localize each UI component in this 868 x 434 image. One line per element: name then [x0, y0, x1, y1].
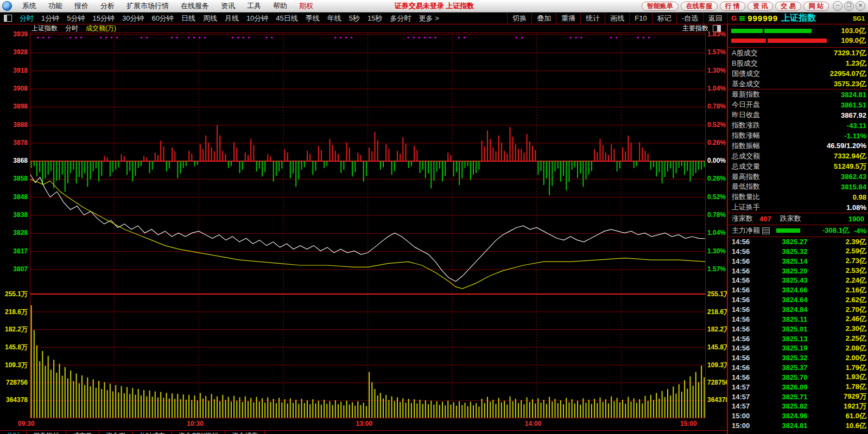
quick-button[interactable]: 交 易 [775, 2, 801, 11]
quick-button[interactable]: 行 情 [720, 2, 745, 11]
period-tabs: 分时1分钟5分钟15分钟30分钟60分钟日线周线月线10分钟45日线季线年线5秒… [16, 12, 443, 24]
quick-button[interactable]: 网 站 [803, 2, 829, 11]
g-indicator: G [731, 14, 737, 22]
period-tab[interactable]: 15秒 [364, 14, 386, 23]
period-tab[interactable]: 年线 [324, 14, 345, 23]
toolbar-button[interactable]: 重播 [556, 12, 580, 24]
intraday-chart-region: 上证指数 分时 成交额(万) 主要指数 39393928391839083898… [0, 24, 728, 434]
period-toolbar: 分时1分钟5分钟15分钟30分钟60分钟日线周线月线10分钟45日线季线年线5秒… [0, 12, 868, 24]
period-tab[interactable]: 多分时 [387, 14, 415, 23]
bottom-tab[interactable]: 分时成交 [132, 431, 172, 434]
menu-item[interactable]: 扩展市场行情 [121, 1, 175, 11]
tick-time: 14:56 [732, 257, 762, 265]
toolbar-button[interactable]: 返回 [703, 12, 727, 24]
menu-item[interactable]: 资讯 [215, 1, 241, 11]
period-tab[interactable]: 5分钟 [63, 14, 88, 23]
menu-item[interactable]: 功能 [42, 1, 68, 11]
window-control-button[interactable]: ❐ [844, 1, 854, 11]
tick-price: 3825.71 [762, 393, 827, 401]
menu-item[interactable]: 系统 [16, 1, 42, 11]
volume-axis-label: 728756 [707, 379, 728, 386]
price-axis-label: 3918 [1, 67, 28, 74]
intraday-chart[interactable] [30, 33, 706, 419]
toolbar-buttons: 切换叠加重播统计画线F10标记-自选返回 [507, 12, 727, 24]
tick-price: 3825.70 [762, 373, 827, 381]
period-tab[interactable]: 60分钟 [148, 14, 177, 23]
period-tab[interactable]: 1分钟 [37, 14, 63, 23]
period-tab[interactable]: 5秒 [345, 14, 364, 23]
price-axis-label: 3868 [1, 157, 28, 164]
net-volume-bar [731, 29, 812, 33]
tick-time: 14:56 [732, 276, 762, 284]
layout-toggle-icon[interactable] [4, 15, 12, 22]
toolbar-button[interactable]: -自选 [676, 12, 703, 24]
menu-item[interactable]: 帮助 [267, 1, 293, 11]
quick-button[interactable]: 在线客服 [681, 2, 718, 11]
tick-amount: 7929万 [827, 392, 866, 401]
volume-axis-label: 182.2万 [1, 325, 28, 334]
quick-button[interactable]: 智能账单 [642, 2, 679, 11]
window-control-button[interactable]: ─ [833, 1, 842, 11]
tick-amount: 2.16亿 [827, 285, 866, 295]
percent-axis-label: 0.52% [707, 121, 726, 129]
tick-time: 14:56 [732, 305, 762, 314]
tick-row: 14:56 3825.11 2.46亿 [728, 314, 868, 324]
tick-time: 15:00 [732, 422, 762, 430]
window-control-button[interactable]: ✕ [856, 1, 865, 11]
stat-row: 国债成交 22954.07亿 [728, 68, 868, 79]
bottom-tab[interactable]: 分时 [0, 431, 27, 434]
period-tab[interactable]: 45日线 [272, 14, 301, 23]
menu-item[interactable]: 工具 [241, 1, 267, 11]
bottom-tab[interactable]: 买卖指标 [27, 431, 66, 434]
chart-study-label: 成交额(万) [86, 24, 116, 33]
tick-time: 14:56 [732, 325, 762, 333]
toolbar-button[interactable]: 标记 [652, 12, 676, 24]
period-tab[interactable]: 15分钟 [88, 14, 118, 23]
period-tab[interactable]: 日线 [178, 14, 199, 23]
menu-item[interactable]: 在线服务 [175, 1, 215, 11]
price-axis-label: 3878 [1, 139, 28, 146]
toolbar-button[interactable]: 统计 [580, 12, 605, 24]
bottom-tab[interactable]: 资金博弈 [225, 431, 265, 434]
percent-axis-label: 0.52% [707, 193, 726, 201]
period-tab[interactable]: 分时 [16, 14, 37, 23]
stat-value: 3862.43 [841, 173, 866, 181]
tick-price: 3825.43 [762, 276, 827, 284]
tick-price: 3824.84 [762, 305, 827, 314]
period-tab[interactable]: 周线 [199, 14, 221, 23]
bottom-tab[interactable]: 成交量 [66, 431, 99, 434]
tick-time: 14:56 [732, 286, 762, 294]
main-index-link[interactable]: 主要指数 [682, 24, 708, 33]
menu-item[interactable]: 报价 [68, 1, 94, 11]
stat-label: 最低指数 [732, 182, 760, 192]
tick-amount: 1.78亿 [827, 382, 866, 392]
bottom-tab[interactable]: 资金CDX指标 [172, 431, 225, 434]
stat-row: A股成交 7329.17亿 [728, 48, 868, 58]
period-tab[interactable]: 月线 [221, 14, 243, 23]
app-logo-icon[interactable] [2, 1, 12, 11]
quick-button[interactable]: 资 讯 [747, 2, 773, 11]
tick-time: 14:56 [732, 373, 762, 381]
detail-list-icon[interactable] [762, 227, 770, 234]
toolbar-button[interactable]: F10 [629, 12, 651, 24]
tick-row: 15:00 3824.81 10.6亿 [728, 421, 868, 431]
quick-buttons: 智能账单在线客服行 情资 讯交 易网 站 [642, 2, 829, 11]
toolbar-button[interactable]: 切换 [507, 12, 531, 24]
menu-item[interactable]: 分析 [94, 1, 121, 11]
bottom-tab[interactable]: 资金图 [99, 431, 132, 434]
tick-list[interactable]: 14:56 3825.27 2.39亿 14:56 3825.32 2.59亿 … [728, 237, 868, 431]
percent-axis-label: 1.57% [707, 265, 726, 273]
titlebar: 系统功能报价分析扩展市场行情在线服务资讯工具帮助期权 证券交易未登录 上证指数 … [0, 0, 868, 12]
volume-axis-label: 182.2万 [707, 325, 728, 334]
period-tab[interactable]: 更多 > [415, 14, 443, 23]
chart-symbol-label: 上证指数 [31, 24, 58, 33]
stat-row: 总成交额 7332.94亿 [728, 151, 868, 161]
menu-item[interactable]: 期权 [293, 1, 319, 11]
volume-axis-label: 218.6万 [707, 308, 728, 317]
toolbar-button[interactable]: 叠加 [531, 12, 556, 24]
toolbar-button[interactable]: 画线 [605, 12, 629, 24]
period-tab[interactable]: 季线 [302, 14, 324, 23]
period-tab[interactable]: 10分钟 [243, 14, 272, 23]
period-tab[interactable]: 30分钟 [118, 14, 148, 23]
stat-label: 今日开盘 [732, 100, 760, 110]
